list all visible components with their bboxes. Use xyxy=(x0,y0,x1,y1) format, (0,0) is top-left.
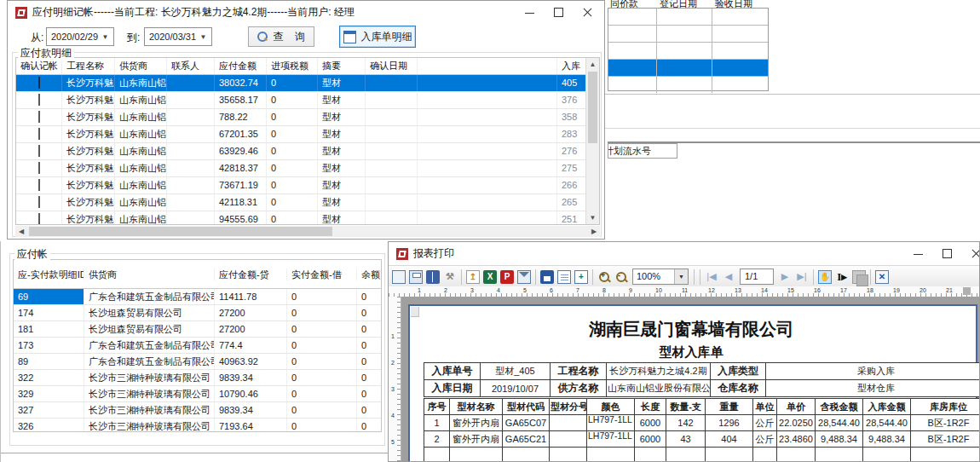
table-row[interactable]: 长沙万科魅力...山东南山铝业...788.220型材358 xyxy=(16,109,588,126)
table-row[interactable]: 327长沙市三湘特种玻璃有限公司9839.3400 xyxy=(14,402,381,419)
column-header[interactable]: 进项税额 xyxy=(267,58,318,74)
scroll-up-icon[interactable]: ▲ xyxy=(586,58,599,71)
column-header[interactable]: 供货商 xyxy=(84,269,215,280)
close-preview-icon[interactable]: ✕ xyxy=(875,270,889,284)
query-button[interactable]: 查 询 xyxy=(248,26,314,47)
tools-icon[interactable]: ⚒ xyxy=(443,270,457,284)
table-row[interactable]: 326长沙市三湘特种玻璃有限公司7193.6400 xyxy=(14,419,381,432)
column-header[interactable]: 余额 xyxy=(357,269,380,280)
column-header[interactable]: 确认日期 xyxy=(366,58,418,74)
excel-icon[interactable]: X xyxy=(483,270,497,284)
mail-icon[interactable] xyxy=(517,270,531,284)
export-icon[interactable]: ↥ xyxy=(466,270,480,284)
chevron-down-icon[interactable]: ▼ xyxy=(98,29,112,44)
confirm-checkbox[interactable] xyxy=(38,213,40,225)
table-row[interactable]: 长沙万科魅力...山东南山铝业...73671.190型材266 xyxy=(16,177,588,194)
print-icon[interactable] xyxy=(409,270,423,284)
scrollbar-thumb[interactable] xyxy=(29,227,332,236)
table-row[interactable]: 329长沙市三湘特种玻璃有限公司10790.4600 xyxy=(14,386,381,402)
prev-page-icon[interactable]: ◀ xyxy=(722,270,735,284)
column-header[interactable]: 供货商 xyxy=(115,58,167,74)
chevron-down-icon[interactable]: ▼ xyxy=(196,29,210,44)
from-date-combobox[interactable]: 2020/02/29 ▼ xyxy=(46,27,114,46)
column-header[interactable]: 联系人 xyxy=(167,58,215,74)
table-row[interactable]: 173广东合和建筑五金制品有限公司774.400 xyxy=(14,338,381,354)
ruler-number: 10 xyxy=(655,287,662,293)
column-header[interactable]: 摘要 xyxy=(318,58,366,74)
chevron-down-icon[interactable]: ▼ xyxy=(674,269,688,284)
maximize-icon[interactable] xyxy=(933,242,962,264)
to-date-combobox[interactable]: 2020/03/31 ▼ xyxy=(144,27,212,46)
sys-doc-icon[interactable] xyxy=(392,270,406,284)
table-row[interactable]: 长沙万科魅力...山东南山铝业...42818.370型材275 xyxy=(16,160,588,177)
copy-page-icon[interactable] xyxy=(852,270,866,284)
scroll-down-icon[interactable]: ▼ xyxy=(586,211,599,224)
report-titlebar[interactable]: 报表打印 xyxy=(389,242,979,265)
minimize-icon[interactable] xyxy=(516,1,545,23)
table-row[interactable]: 89广东合和建筑五金制品有限公司40963.9200 xyxy=(14,354,381,370)
scroll-left-icon[interactable]: ◀ xyxy=(15,226,27,237)
confirm-checkbox[interactable] xyxy=(38,94,40,106)
table-row[interactable]: 长沙万科魅力...山东南山铝业...67201.350型材283 xyxy=(16,126,588,143)
horizontal-scrollbar[interactable]: ◀ ▶ xyxy=(15,226,600,237)
inbound-detail-button[interactable]: 入库单明细 xyxy=(339,26,416,48)
table-row[interactable]: 长沙万科魅力...山东南山铝业...94555.690型材251 xyxy=(16,211,588,225)
confirm-checkbox[interactable] xyxy=(38,77,40,89)
confirm-checkbox[interactable] xyxy=(38,162,40,174)
table-row[interactable]: 长沙万科魅力...山东南山铝业...35658.170型材376 xyxy=(16,92,588,109)
report-page[interactable]: 湖南巨晟门窗幕墙有限公司 型材入库单 入库单号型材_405工程名称长沙万科魅力之… xyxy=(408,304,977,461)
close-icon[interactable] xyxy=(574,1,602,23)
close-icon[interactable] xyxy=(962,242,980,264)
plan-serial-field[interactable]: 计划流水号 xyxy=(608,143,677,159)
column-header[interactable]: 应-实付款明细ID xyxy=(14,269,84,280)
page-number-input[interactable]: 1/1 xyxy=(740,269,774,285)
confirm-checkbox[interactable] xyxy=(38,111,40,123)
confirm-date-cell xyxy=(366,194,418,211)
book-icon[interactable] xyxy=(426,270,440,284)
payable-detail-titlebar[interactable]: 应付明细记帐------当前工程: 长沙万科魅力之城4.2期------当前用户… xyxy=(8,1,604,24)
column-header[interactable]: 应付金额 xyxy=(215,58,267,74)
column-header[interactable]: 入库 xyxy=(557,58,588,74)
hand-tool-icon[interactable]: ✋ xyxy=(818,270,832,284)
pdf-icon[interactable]: P xyxy=(500,270,514,284)
table-row[interactable]: 69广东合和建筑五金制品有限公司11411.7800 xyxy=(14,289,381,305)
zoom-out-icon[interactable]: - xyxy=(614,270,628,284)
table-row[interactable]: 长沙万科魅力...山东南山铝业...42118.310型材265 xyxy=(16,194,588,211)
table-row[interactable]: 322长沙市三湘特种玻璃有限公司9839.3400 xyxy=(14,370,381,386)
confirm-checkbox[interactable] xyxy=(38,128,40,140)
next-page-icon[interactable]: ▶ xyxy=(778,270,792,284)
confirm-checkbox[interactable] xyxy=(38,179,40,191)
scrollbar-thumb[interactable] xyxy=(588,72,597,143)
table-row[interactable]: 长沙万科魅力...山东南山铝业...63929.460型材276 xyxy=(16,143,588,160)
background-table[interactable] xyxy=(608,8,769,91)
minimize-icon[interactable] xyxy=(904,242,933,264)
column-header[interactable]: 实付金额-借 xyxy=(287,269,357,280)
confirm-checkbox[interactable] xyxy=(38,145,40,157)
maximize-icon[interactable] xyxy=(545,1,574,23)
first-page-icon[interactable]: |◀ xyxy=(705,270,718,284)
table-row[interactable] xyxy=(608,9,768,26)
zoom-in-icon[interactable]: + xyxy=(597,270,611,284)
report-data-row: 1窗外开内扇GA65C07LH797-1LL60001421296公斤22.02… xyxy=(424,415,980,431)
column-header[interactable]: 应付金额-贷 xyxy=(215,269,287,280)
table-row[interactable]: 174长沙坦森贸易有限公司2720000 xyxy=(14,305,381,321)
table-row[interactable] xyxy=(608,77,768,93)
save-icon[interactable] xyxy=(540,270,554,284)
report-column-header: 库房库位 xyxy=(911,399,980,415)
table-row[interactable]: 181长沙坦森贸易有限公司2720000 xyxy=(14,321,381,338)
preview-area[interactable]: 12345 湖南巨晟门窗幕墙有限公司 型材入库单 入库单号型材_405工程名称长… xyxy=(389,297,979,461)
table-row[interactable] xyxy=(608,26,768,43)
new-page-icon[interactable] xyxy=(557,270,571,284)
last-page-icon[interactable]: ▶| xyxy=(795,270,809,284)
scroll-right-icon[interactable]: ▶ xyxy=(588,226,600,237)
text-select-icon[interactable]: I▸ xyxy=(835,270,849,284)
table-row[interactable]: 长沙万科魅力...山东南山铝业...38032.740型材405 xyxy=(16,75,588,92)
table-row[interactable] xyxy=(608,43,768,60)
zoom-combobox[interactable]: 100%▼ xyxy=(632,269,689,285)
column-header-filler xyxy=(418,58,557,74)
table-row-selected[interactable] xyxy=(608,60,768,77)
vertical-scrollbar[interactable]: ▲ ▼ xyxy=(585,58,599,224)
add-page-icon[interactable]: + xyxy=(574,270,588,284)
report-data-cell: LH797-1LL xyxy=(587,415,635,431)
confirm-checkbox[interactable] xyxy=(38,196,40,208)
